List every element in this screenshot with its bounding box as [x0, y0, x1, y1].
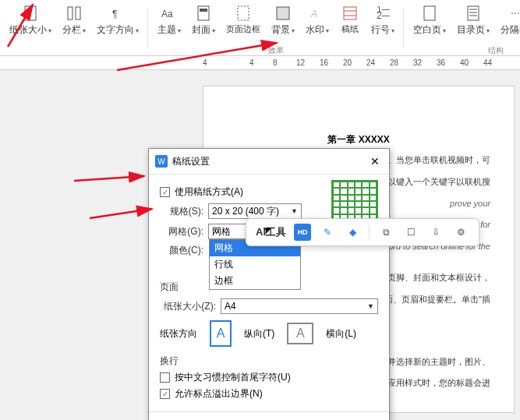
dialog-titlebar[interactable]: W 稿纸设置 ✕ [149, 149, 389, 175]
theme-button[interactable]: Aa 主题▾ [153, 3, 186, 38]
watermark-icon: A [309, 5, 326, 22]
paper-size-button[interactable]: 纸张大小▾ [5, 3, 56, 38]
close-button[interactable]: ✕ [367, 154, 383, 169]
text-direction-icon: ¶ [109, 5, 126, 22]
page-border-label: 页面边框 [226, 23, 260, 35]
svg-rect-15 [424, 6, 435, 20]
writing-paper-label: 稿纸 [341, 23, 359, 35]
cover-button[interactable]: 封面▾ [187, 3, 220, 38]
paper-size-select[interactable]: A4 ▼ [221, 298, 378, 314]
paper-size-label: 纸张大小 [9, 24, 47, 35]
settings-icon[interactable]: ⚙ [452, 224, 469, 241]
grid-label: 网格(G): [160, 225, 203, 238]
chevron-down-icon: ▾ [178, 27, 181, 34]
grid-value: 网格 [212, 225, 231, 238]
portrait-button[interactable]: A [210, 320, 232, 347]
background-button[interactable]: 背景▾ [267, 3, 299, 38]
grid-option-lines[interactable]: 行线 [210, 256, 300, 273]
ruler-tick: 16 [320, 58, 343, 67]
ruler: 4 4 8 12 16 20 24 28 32 36 40 44 [0, 56, 520, 70]
columns-icon [65, 5, 83, 22]
svg-rect-16 [468, 6, 479, 20]
hd-icon[interactable]: HD [294, 224, 311, 241]
ribbon: 纸张大小▾ 分栏▾ ¶ 文字方向▾ Aa 主题▾ 封面▾ 页面 [0, 0, 520, 56]
page-border-button[interactable]: 页面边框 [221, 3, 265, 38]
ruler-tick: 36 [437, 58, 460, 67]
paper-size-label: 纸张大小(Z): [160, 300, 216, 313]
line-number-button[interactable]: 1—2— 行号▾ [366, 3, 399, 38]
use-writing-paper-checkbox[interactable] [160, 187, 170, 197]
toc-button[interactable]: 目录页▾ [452, 3, 494, 38]
svg-rect-2 [76, 7, 80, 19]
page-border-icon [235, 5, 252, 22]
writing-paper-icon [341, 5, 359, 22]
chevron-down-icon: ▾ [486, 27, 490, 34]
ruler-tick: 4 [203, 58, 226, 67]
columns-button[interactable]: 分栏▾ [58, 3, 90, 38]
cover-icon [195, 5, 212, 22]
blank-page-button[interactable]: 空白页▾ [409, 3, 451, 38]
separator-icon [508, 5, 520, 22]
theme-label: 主题 [157, 24, 176, 35]
columns-label: 分栏 [62, 24, 81, 35]
svg-rect-0 [25, 6, 36, 20]
crop-icon[interactable]: ☐ [402, 224, 419, 241]
ruler-tick: 44 [483, 58, 507, 67]
landscape-button[interactable]: A [287, 323, 313, 344]
text-direction-label: 文字方向 [97, 24, 134, 35]
blank-page-label: 空白页 [413, 24, 441, 35]
line-number-label: 行号 [371, 24, 390, 35]
chevron-down-icon: ▾ [48, 27, 51, 34]
grid-option-border[interactable]: 边框 [210, 273, 300, 289]
chapter-title: 第一章 XXXXX [227, 133, 490, 146]
chevron-down-icon: ▾ [136, 27, 139, 34]
ruler-tick: 12 [296, 58, 320, 67]
separator-button[interactable]: 分隔符▾ [496, 3, 520, 38]
svg-rect-8 [277, 7, 289, 19]
app-icon: W [155, 155, 168, 168]
svg-line-27 [74, 176, 144, 181]
separator-label: 分隔符 [501, 24, 520, 35]
svg-text:¶: ¶ [112, 9, 117, 19]
orientation-label: 纸张方向 [160, 327, 197, 341]
toc-label: 目录页 [457, 24, 485, 35]
svg-rect-7 [238, 6, 249, 20]
color-label: 颜色(C): [160, 244, 203, 257]
svg-text:2—: 2— [377, 10, 390, 20]
download-icon[interactable]: ⇩ [427, 224, 444, 241]
theme-icon: Aa [161, 5, 178, 22]
blank-page-icon [421, 5, 438, 22]
cover-label: 封面 [192, 24, 210, 35]
chevron-down-icon: ▾ [326, 27, 329, 34]
watermark-button[interactable]: A 水印▾ [301, 3, 334, 38]
text-direction-button[interactable]: ¶ 文字方向▾ [92, 3, 143, 38]
chevron-down-icon: ▼ [291, 207, 298, 215]
svg-rect-6 [200, 9, 207, 12]
cjk-punct-checkbox[interactable] [160, 372, 170, 383]
svg-line-28 [90, 209, 152, 218]
ruler-tick: 40 [460, 58, 483, 67]
svg-text:A: A [310, 9, 317, 19]
eraser-icon[interactable]: ◆ [344, 224, 361, 241]
watermark-label: 水印 [306, 24, 324, 35]
ruler-tick: 8 [273, 58, 296, 67]
svg-text:Aa: Aa [161, 9, 173, 19]
allow-overflow-label: 允许标点溢出边界(N) [175, 387, 263, 401]
svg-rect-10 [344, 7, 356, 19]
effect-caption: 效果 [268, 45, 284, 56]
highlighter-icon[interactable]: ✎ [319, 224, 336, 241]
spec-label: 规格(S): [160, 205, 203, 218]
paper-size-icon [22, 5, 39, 22]
spec-select[interactable]: 20 x 20 (400 字) ▼ [208, 203, 302, 219]
screenshot-icon[interactable]: ⧉ [377, 224, 394, 241]
portrait-label: 纵向(T) [244, 327, 274, 341]
chevron-down-icon: ▾ [212, 27, 215, 34]
chevron-down-icon: ▼ [367, 302, 374, 310]
allow-overflow-checkbox[interactable] [160, 389, 170, 399]
chevron-down-icon: ▾ [83, 27, 86, 34]
svg-rect-5 [198, 6, 209, 20]
use-writing-paper-label: 使用稿纸方式(A) [175, 185, 243, 199]
writing-paper-button[interactable]: 稿纸 [335, 3, 365, 38]
chevron-down-icon: ▾ [292, 27, 295, 34]
paper-size-value: A4 [225, 301, 236, 312]
